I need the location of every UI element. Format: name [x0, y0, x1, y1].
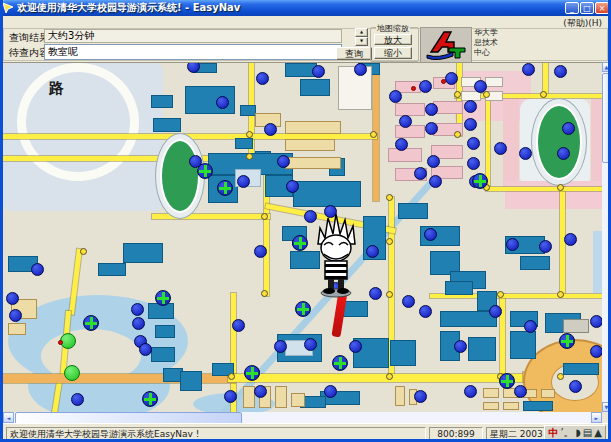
map-poi-node[interactable] [254, 245, 267, 258]
road-junction-node[interactable] [557, 291, 564, 298]
search-button[interactable]: 查询 [336, 47, 372, 60]
map-poi-node[interactable] [564, 233, 577, 246]
map-poi-node[interactable] [232, 319, 245, 332]
map-poi-node[interactable] [464, 118, 477, 131]
map-target-node[interactable] [472, 173, 488, 189]
road-junction-node[interactable] [370, 131, 377, 138]
map-poi-node[interactable] [467, 157, 480, 170]
map-poi-node[interactable] [514, 385, 527, 398]
map-poi-node[interactable] [399, 115, 412, 128]
scroll-down-icon[interactable]: ▼ [602, 402, 611, 412]
map-poi-node[interactable] [474, 80, 487, 93]
road-junction-node[interactable] [386, 238, 393, 245]
map-poi-node[interactable] [286, 180, 299, 193]
map-target-node[interactable] [332, 355, 348, 371]
map-poi-node[interactable] [524, 320, 537, 333]
map-target-node[interactable] [155, 290, 171, 306]
map-poi-node[interactable] [506, 238, 519, 251]
map-poi-node[interactable] [427, 155, 440, 168]
character-marker[interactable] [310, 212, 362, 300]
close-button[interactable]: × [595, 2, 609, 14]
map-poi-node[interactable] [71, 393, 84, 406]
map-poi-node[interactable] [139, 343, 152, 356]
scroll-left-icon[interactable]: ◄ [3, 412, 14, 423]
map-poi-node[interactable] [414, 167, 427, 180]
map-poi-node[interactable] [464, 385, 477, 398]
map-poi-node[interactable] [489, 305, 502, 318]
vertical-scrollbar[interactable]: ▲ ▼ [602, 62, 611, 412]
map-poi-node[interactable] [539, 240, 552, 253]
vertical-scroll-thumb[interactable] [602, 73, 611, 163]
map-poi-node[interactable] [369, 287, 382, 300]
map-poi-node[interactable] [519, 147, 532, 160]
road-junction-node[interactable] [228, 373, 235, 380]
map-target-node[interactable] [292, 235, 308, 251]
spinner-down-icon[interactable]: ▼ [355, 37, 368, 46]
map-poi-node[interactable] [9, 309, 22, 322]
map-poi-node[interactable] [414, 390, 427, 403]
minimize-button[interactable]: _ [565, 2, 579, 14]
scroll-right-icon[interactable]: ► [591, 412, 602, 423]
ime-language-bar[interactable]: 中 ’。 ◗ ▤ ▲ [544, 425, 606, 441]
road-junction-node[interactable] [80, 248, 87, 255]
map-poi-node-green[interactable] [64, 365, 80, 381]
ime-chinese-icon[interactable]: 中 [548, 426, 558, 440]
map-target-node[interactable] [559, 333, 575, 349]
road-junction-node[interactable] [246, 131, 253, 138]
map-poi-node[interactable] [425, 122, 438, 135]
map-poi-node[interactable] [395, 138, 408, 151]
map-poi-node[interactable] [424, 228, 437, 241]
horizontal-scrollbar[interactable]: ◄ ► [3, 412, 602, 423]
map-poi-node[interactable] [131, 303, 144, 316]
map-poi-node[interactable] [216, 96, 229, 109]
map-poi-node[interactable] [324, 385, 337, 398]
ime-keyboard-icon[interactable]: ▤ [583, 426, 592, 440]
map-poi-node[interactable] [224, 390, 237, 403]
map-poi-node[interactable] [254, 385, 267, 398]
spinner-up-icon[interactable]: ▲ [355, 28, 368, 37]
map-poi-node[interactable] [562, 122, 575, 135]
query-input[interactable] [44, 44, 342, 60]
map-target-node[interactable] [83, 315, 99, 331]
road-junction-node[interactable] [497, 291, 504, 298]
road-junction-node[interactable] [261, 213, 268, 220]
map-poi-node[interactable] [590, 345, 602, 358]
map-poi-node[interactable] [6, 292, 19, 305]
map-poi-node[interactable] [590, 315, 602, 328]
map-poi-node[interactable] [569, 380, 582, 393]
map-target-node[interactable] [295, 301, 311, 317]
map-poi-node[interactable] [467, 137, 480, 150]
map-poi-node[interactable] [419, 305, 432, 318]
spinner-control[interactable]: ▲ ▼ [355, 28, 366, 43]
map-poi-node[interactable] [366, 245, 379, 258]
map-poi-node[interactable] [402, 295, 415, 308]
title-bar[interactable]: 欢迎使用清华大学校园导游演示系统! - EasyNav _ □ × [0, 0, 611, 16]
road-junction-node[interactable] [454, 91, 461, 98]
zoom-in-button[interactable]: 放大 [374, 34, 412, 45]
map-poi-node[interactable] [494, 142, 507, 155]
map-poi-node[interactable] [429, 175, 442, 188]
map-canvas[interactable]: 路 [3, 62, 602, 412]
map-poi-node[interactable] [419, 80, 432, 93]
map-poi-node[interactable] [557, 147, 570, 160]
map-poi-node[interactable] [132, 317, 145, 330]
ime-punctuation-icon[interactable]: ’。 [560, 426, 573, 440]
map-target-node[interactable] [142, 391, 158, 407]
zoom-out-button[interactable]: 缩小 [374, 47, 412, 59]
map-poi-node[interactable] [277, 155, 290, 168]
ime-expand-icon[interactable]: ▲ [594, 426, 602, 440]
map-target-node[interactable] [244, 365, 260, 381]
map-poi-node[interactable] [312, 65, 325, 78]
map-target-node[interactable] [499, 373, 515, 389]
road-junction-node[interactable] [540, 91, 547, 98]
map-poi-node[interactable] [464, 100, 477, 113]
road-junction-node[interactable] [454, 131, 461, 138]
map-poi-node[interactable] [389, 90, 402, 103]
road-junction-node[interactable] [557, 184, 564, 191]
map-poi-node[interactable] [274, 340, 287, 353]
map-poi-node[interactable] [237, 175, 250, 188]
map-poi-node[interactable] [304, 338, 317, 351]
map-poi-node[interactable] [349, 340, 362, 353]
map-poi-node[interactable] [445, 72, 458, 85]
map-poi-node[interactable] [425, 103, 438, 116]
